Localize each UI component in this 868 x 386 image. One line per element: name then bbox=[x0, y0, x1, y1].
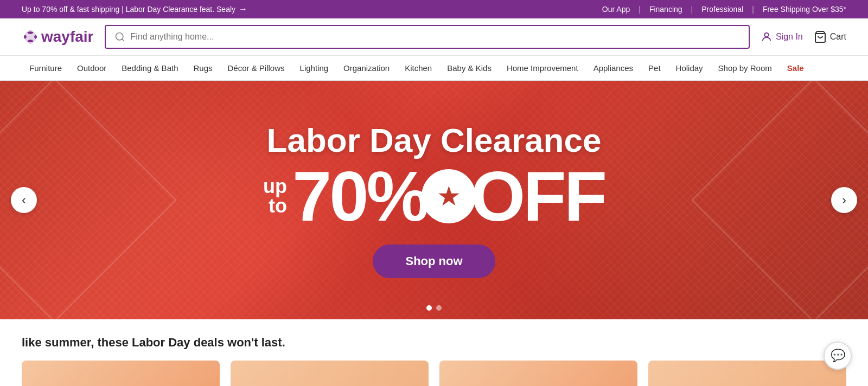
product-card-4[interactable] bbox=[648, 361, 846, 386]
main-nav: Furniture Outdoor Bedding & Bath Rugs Dé… bbox=[0, 56, 868, 81]
nav-item-bedding-bath[interactable]: Bedding & Bath bbox=[114, 56, 186, 80]
nav-item-furniture[interactable]: Furniture bbox=[22, 56, 69, 80]
nav-item-kitchen[interactable]: Kitchen bbox=[397, 56, 439, 80]
carousel-prev-button[interactable]: ‹ bbox=[11, 187, 37, 213]
hero-discount: upto 70% ★ OFF bbox=[263, 165, 605, 228]
hero-content: Labor Day Clearance upto 70% ★ OFF Shop … bbox=[263, 122, 605, 278]
logo-text: wayfair bbox=[41, 28, 94, 46]
hero-off: OFF bbox=[470, 165, 605, 228]
nav-item-outdoor[interactable]: Outdoor bbox=[69, 56, 114, 80]
chat-button[interactable]: 💬 bbox=[824, 342, 852, 370]
shop-now-button[interactable]: Shop now bbox=[373, 245, 495, 278]
chevron-left-icon: ‹ bbox=[22, 194, 26, 207]
product-card-1[interactable] bbox=[22, 361, 220, 386]
banner-link-professional[interactable]: Professional bbox=[701, 5, 743, 14]
nav-item-holiday[interactable]: Holiday bbox=[668, 56, 711, 80]
cart-button[interactable]: Cart bbox=[814, 30, 846, 43]
header: wayfair Sign In Cart bbox=[0, 18, 868, 56]
svg-point-0 bbox=[116, 33, 123, 40]
top-banner: Up to 70% off & fast shipping | Labor Da… bbox=[0, 0, 868, 18]
wayfair-logo-icon bbox=[22, 28, 39, 46]
hero-carousel: Labor Day Clearance upto 70% ★ OFF Shop … bbox=[0, 81, 868, 319]
search-input[interactable] bbox=[131, 32, 740, 42]
banner-link-shipping[interactable]: Free Shipping Over $35* bbox=[763, 5, 846, 14]
nav-item-shop-by-room[interactable]: Shop by Room bbox=[711, 56, 780, 80]
svg-point-1 bbox=[764, 33, 768, 37]
carousel-dots bbox=[426, 305, 442, 311]
banner-promo[interactable]: Up to 70% off & fast shipping | Labor Da… bbox=[22, 4, 247, 14]
product-card-3[interactable] bbox=[439, 361, 637, 386]
nav-item-home-improvement[interactable]: Home Improvement bbox=[499, 56, 586, 80]
banner-arrow: → bbox=[239, 4, 247, 14]
hero-star-icon: ★ bbox=[422, 169, 476, 223]
sign-in-button[interactable]: Sign In bbox=[761, 31, 803, 43]
cart-icon bbox=[814, 30, 827, 43]
chevron-right-icon: › bbox=[842, 194, 846, 207]
hero-title: Labor Day Clearance bbox=[263, 122, 605, 159]
carousel-dot-2[interactable] bbox=[436, 305, 442, 311]
banner-links: Our App | Financing | Professional | Fre… bbox=[602, 5, 846, 14]
hero-percent: 70% bbox=[292, 165, 427, 228]
nav-item-pet[interactable]: Pet bbox=[641, 56, 668, 80]
bottom-section: like summer, these Labor Day deals won't… bbox=[0, 319, 868, 386]
product-card-2[interactable] bbox=[231, 361, 429, 386]
carousel-dot-1[interactable] bbox=[426, 305, 432, 311]
nav-item-appliances[interactable]: Appliances bbox=[586, 56, 641, 80]
hero-upto: upto bbox=[263, 177, 287, 216]
nav-item-decor-pillows[interactable]: Décor & Pillows bbox=[220, 56, 292, 80]
chat-icon: 💬 bbox=[831, 349, 845, 363]
carousel-next-button[interactable]: › bbox=[831, 187, 857, 213]
nav-item-lighting[interactable]: Lighting bbox=[292, 56, 336, 80]
banner-promo-text: Up to 70% off & fast shipping | Labor Da… bbox=[22, 5, 235, 14]
bottom-heading: like summer, these Labor Day deals won't… bbox=[22, 336, 846, 350]
search-icon bbox=[114, 31, 125, 42]
banner-link-financing[interactable]: Financing bbox=[649, 5, 682, 14]
header-actions: Sign In Cart bbox=[761, 30, 846, 43]
product-cards bbox=[22, 361, 846, 386]
user-icon bbox=[761, 31, 773, 43]
nav-item-organization[interactable]: Organization bbox=[336, 56, 397, 80]
logo[interactable]: wayfair bbox=[22, 28, 94, 46]
banner-link-app[interactable]: Our App bbox=[602, 5, 630, 14]
search-bar[interactable] bbox=[105, 25, 750, 49]
nav-item-sale[interactable]: Sale bbox=[780, 56, 812, 80]
nav-item-baby-kids[interactable]: Baby & Kids bbox=[439, 56, 499, 80]
nav-item-rugs[interactable]: Rugs bbox=[186, 56, 220, 80]
